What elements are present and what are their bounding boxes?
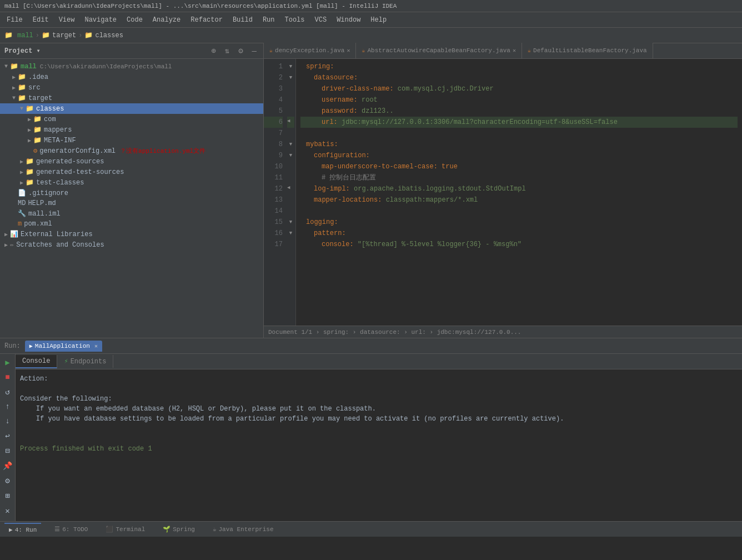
run-up-btn[interactable]: ↑ xyxy=(3,401,11,413)
code-content[interactable]: spring: datasource: driver-class-name: c… xyxy=(296,59,742,326)
tree-item-classes[interactable]: ▼ 📁 classes xyxy=(0,103,263,114)
line-num-17: 17 xyxy=(264,239,283,250)
run-down-btn[interactable]: ↓ xyxy=(3,415,11,427)
gutter-13 xyxy=(287,194,294,206)
tree-item-generated-sources[interactable]: ▶ 📁 generated-sources xyxy=(0,156,263,167)
run-stop-btn[interactable]: ■ xyxy=(3,371,11,383)
menu-window[interactable]: Window xyxy=(332,14,365,26)
run-pin-btn[interactable]: 📌 xyxy=(1,459,14,472)
panel-tabs-row: Console ⚡Endpoints xyxy=(16,354,742,369)
tree-item-mappers[interactable]: ▶ 📁 mappers xyxy=(0,124,263,135)
menu-vcs[interactable]: VCS xyxy=(310,14,332,26)
close-btn-abstract[interactable]: ✕ xyxy=(513,47,516,54)
tree-item-generatorconfig[interactable]: ⚙ generatorConfig.xml ？没有application.yml… xyxy=(0,146,263,156)
fold-15[interactable]: ▼ xyxy=(287,217,294,228)
run-settings-btn[interactable]: ⚙ xyxy=(3,474,11,487)
run-layout-btn[interactable]: ⊞ xyxy=(3,489,11,502)
run-play-btn[interactable]: ▶ xyxy=(3,356,11,369)
fold-9[interactable]: ▼ xyxy=(287,150,294,161)
gutter-14 xyxy=(287,206,294,217)
tree-item-metainf[interactable]: ▶ 📁 META-INF xyxy=(0,135,263,146)
status-tab-todo[interactable]: ☰ 6: TODO xyxy=(50,523,92,535)
code-line-2: datasource: xyxy=(300,72,738,83)
run-wrap-btn[interactable]: ↩ xyxy=(3,429,11,442)
tab-label-abstract: AbstractAutowireCapableBeanFactory.java xyxy=(368,47,510,54)
breadcrumb-target-label[interactable]: target xyxy=(52,32,76,39)
arrow-target: ▼ xyxy=(10,95,18,101)
status-tab-run[interactable]: ▶ 4: Run xyxy=(4,523,41,536)
menu-refactor[interactable]: Refactor xyxy=(186,14,227,26)
status-tab-java-enterprise[interactable]: ☕ Java Enterprise xyxy=(208,523,278,535)
tree-item-scratches[interactable]: ▶ ✏ Scratches and Consoles xyxy=(0,239,263,250)
tree-label-gitignore: .gitignore xyxy=(28,189,68,197)
layout-icon[interactable]: ⇅ xyxy=(223,45,232,57)
menu-help[interactable]: Help xyxy=(366,14,391,26)
tab-default[interactable]: ☕ DefaultListableBeanFactory.java xyxy=(522,43,653,58)
tree-item-idea[interactable]: ▶ 📁 .idea xyxy=(0,72,263,82)
tab-dependency[interactable]: ☕ dencyException.java ✕ xyxy=(264,43,356,58)
gutter-3 xyxy=(287,83,294,94)
tree-label-idea: .idea xyxy=(28,73,48,81)
menu-navigate[interactable]: Navigate xyxy=(80,14,121,26)
line-num-5: 5 xyxy=(264,106,283,117)
tree-item-test-classes[interactable]: ▶ 📁 test-classes xyxy=(0,177,263,188)
gutter-6: ◀ xyxy=(287,117,294,128)
folder-icon-metainf: 📁 xyxy=(33,136,42,144)
status-tab-spring[interactable]: 🌱 Spring xyxy=(158,523,199,535)
run-restart-btn[interactable]: ↺ xyxy=(3,386,11,398)
tree-item-gitignore[interactable]: 📄 .gitignore xyxy=(0,188,263,198)
line-num-3: 3 xyxy=(264,83,283,94)
tree-item-com[interactable]: ▶ 📁 com xyxy=(0,114,263,124)
menu-edit[interactable]: Edit xyxy=(28,14,53,26)
tree-item-generated-test-sources[interactable]: ▶ 📁 generated-test-sources xyxy=(0,167,263,177)
tree-label-generated-sources: generated-sources xyxy=(36,158,104,166)
status-bar: ▶ 4: Run ☰ 6: TODO ⬛ Terminal 🌱 Spring ☕… xyxy=(0,521,742,537)
line-num-1: 1 xyxy=(264,61,283,72)
breadcrumb-classes[interactable]: classes xyxy=(95,32,123,39)
fold-16[interactable]: ▼ xyxy=(287,228,294,239)
fold-8[interactable]: ▼ xyxy=(287,139,294,150)
code-line-6: url: jdbc:mysql://127.0.0.1:3306/mall?ch… xyxy=(300,117,738,128)
status-tab-terminal[interactable]: ⬛ Terminal xyxy=(101,523,149,535)
menu-file[interactable]: File xyxy=(2,14,27,26)
run-filter-btn[interactable]: ⊟ xyxy=(3,444,11,457)
tree-label-external-libraries: External Libraries xyxy=(21,231,93,238)
run-tab-mallapplication[interactable]: ▶ MallApplication ✕ xyxy=(25,341,102,352)
tree-item-src[interactable]: ▶ 📁 src xyxy=(0,82,263,93)
menu-view[interactable]: View xyxy=(54,14,79,26)
spring-icon: 🌱 xyxy=(163,526,171,533)
tree-label-target: target xyxy=(28,94,52,102)
tree-item-external-libraries[interactable]: ▶ 📊 External Libraries xyxy=(0,229,263,239)
close-btn-dependency[interactable]: ✕ xyxy=(347,47,350,54)
breadcrumb-mall[interactable]: mall xyxy=(17,32,33,39)
menu-build[interactable]: Build xyxy=(228,14,257,26)
menu-code[interactable]: Code xyxy=(122,14,147,26)
tree-item-pom[interactable]: m pom.xml xyxy=(0,219,263,229)
line-num-7: 7 xyxy=(264,128,283,139)
tree-label-malliml: mall.iml xyxy=(28,210,61,218)
menu-tools[interactable]: Tools xyxy=(280,14,309,26)
minimize-icon[interactable]: — xyxy=(250,46,259,57)
tree-item-malliml[interactable]: 🔧 mall.iml xyxy=(0,208,263,219)
breadcrumb-target[interactable]: 📁 xyxy=(42,31,50,39)
code-line-5: password: dzl123.. xyxy=(300,106,738,117)
panel-tab-endpoints[interactable]: ⚡Endpoints xyxy=(57,355,113,368)
run-close-btn[interactable]: ✕ xyxy=(3,504,11,517)
tree-item-mall[interactable]: ▼ 📁 mall C:\Users\akiradunn\IdeaProjects… xyxy=(0,61,263,72)
icon-external-libraries: 📊 xyxy=(10,230,18,238)
code-line-1: spring: xyxy=(300,61,738,72)
tab-label-default: DefaultListableBeanFactory.java xyxy=(533,47,647,54)
folder-icon-mall: 📁 xyxy=(10,62,18,71)
tree-item-help[interactable]: MD HELP.md xyxy=(0,198,263,208)
menu-run[interactable]: Run xyxy=(258,14,279,26)
tree-item-target[interactable]: ▼ 📁 target xyxy=(0,93,263,103)
sync-icon[interactable]: ⊕ xyxy=(209,45,218,57)
fold-2[interactable]: ▼ xyxy=(287,72,294,83)
panel-tab-console[interactable]: Console xyxy=(16,355,57,368)
run-tab-close[interactable]: ✕ xyxy=(94,343,98,349)
run-tab-label: MallApplication xyxy=(35,343,90,349)
fold-1[interactable]: ▼ xyxy=(287,61,294,72)
settings-icon[interactable]: ⚙ xyxy=(236,45,245,57)
tab-abstract[interactable]: ☕ AbstractAutowireCapableBeanFactory.jav… xyxy=(356,43,522,58)
menu-analyze[interactable]: Analyze xyxy=(148,14,185,26)
